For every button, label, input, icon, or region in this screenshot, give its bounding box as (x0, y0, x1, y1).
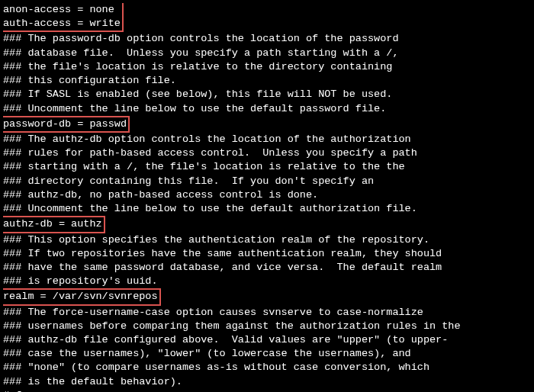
config-line: auth-access = write (3, 17, 121, 31)
comment-line: ### authz-db file configured above. Vali… (3, 333, 531, 347)
terminal-output: anon-access = none auth-access = write #… (3, 3, 531, 392)
realm-setting: realm = /var/svn/svnrepos (3, 288, 161, 305)
authz-db-setting: authz-db = authz (3, 216, 105, 233)
comment-line: ### This option specifies the authentica… (3, 233, 531, 247)
comment-line: ### is repository's uuid. (3, 275, 531, 288)
comment-line: ### usernames before comparing them agai… (3, 320, 531, 333)
comment-line: ### If two repositories have the same au… (3, 247, 531, 261)
comment-line: ### this configuration file. (3, 74, 531, 88)
anon-access-setting: anon-access = none auth-access = write (3, 3, 124, 32)
comment-line: ### The authz-db option controls the loc… (3, 133, 531, 146)
comment-line: ### the file's location is relative to t… (3, 60, 531, 74)
comment-line: ### database file. Unless you specify a … (3, 47, 531, 60)
config-line: # force-username-case = none (3, 389, 531, 392)
comment-line: ### Uncomment the line below to use the … (3, 102, 531, 116)
password-db-setting: password-db = passwd (3, 116, 130, 133)
comment-line: ### The force-username-case option cause… (3, 306, 531, 320)
comment-line: ### directory containing this file. If y… (3, 175, 531, 188)
comment-line: ### is the default behavior). (3, 375, 531, 389)
config-line: anon-access = none (3, 3, 121, 17)
comment-line: ### case the usernames), "lower" (to low… (3, 347, 531, 361)
comment-line: ### authz-db, no path-based access contr… (3, 188, 531, 202)
comment-line: ### The password-db option controls the … (3, 32, 531, 46)
comment-line: ### "none" (to compare usernames as-is w… (3, 361, 531, 374)
comment-line: ### rules for path-based access control.… (3, 146, 531, 160)
comment-line: ### starting with a /, the file's locati… (3, 160, 531, 174)
comment-line: ### have the same password database, and… (3, 261, 531, 275)
comment-line: ### Uncomment the line below to use the … (3, 202, 531, 216)
comment-line: ### If SASL is enabled (see below), this… (3, 88, 531, 101)
